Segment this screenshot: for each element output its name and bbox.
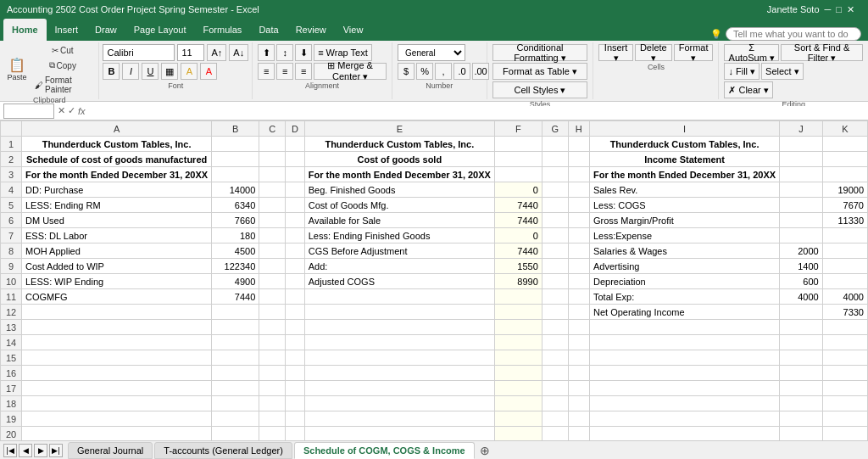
cell-B20[interactable] — [212, 427, 259, 441]
cell-I6[interactable]: Gross Margin/Profit — [589, 213, 779, 228]
table-row[interactable]: 12Net Operating Income7330 — [1, 305, 868, 320]
table-row[interactable]: 2Schedule of cost of goods manufacturedC… — [1, 152, 868, 167]
cell-B19[interactable] — [212, 411, 259, 427]
insert-cell-button[interactable]: Insert ▾ — [598, 44, 632, 61]
cell-J6[interactable] — [780, 213, 822, 228]
cell-G13[interactable] — [542, 320, 568, 335]
cell-F13[interactable] — [494, 320, 542, 335]
cell-G14[interactable] — [542, 335, 568, 350]
tab-view[interactable]: View — [335, 19, 372, 41]
cell-A16[interactable] — [22, 366, 212, 381]
cell-E16[interactable] — [304, 366, 494, 381]
cell-F9[interactable]: 1550 — [494, 259, 542, 274]
cell-B6[interactable]: 7660 — [212, 213, 259, 228]
bold-button[interactable]: B — [103, 63, 120, 80]
cell-A13[interactable] — [22, 320, 212, 335]
cell-A7[interactable]: ESS: DL Labor — [22, 228, 212, 243]
cell-D4[interactable] — [286, 182, 305, 198]
cell-G18[interactable] — [542, 396, 568, 411]
cell-H19[interactable] — [568, 411, 589, 427]
cell-H15[interactable] — [568, 350, 589, 366]
table-row[interactable]: 6DM Used7660Available for Sale7440Gross … — [1, 213, 868, 228]
cell-C16[interactable] — [259, 366, 286, 381]
cell-A20[interactable] — [22, 427, 212, 441]
font-shrink-button[interactable]: A↓ — [229, 44, 248, 61]
cell-J20[interactable] — [780, 427, 822, 441]
cell-C15[interactable] — [259, 350, 286, 366]
cell-H1[interactable] — [568, 137, 589, 152]
cell-C4[interactable] — [259, 182, 286, 198]
cell-B2[interactable] — [212, 152, 259, 167]
cell-G6[interactable] — [542, 213, 568, 228]
cell-D8[interactable] — [286, 243, 305, 259]
cell-A9[interactable]: Cost Added to WIP — [22, 259, 212, 274]
col-header-k[interactable]: K — [822, 121, 867, 137]
cell-K1[interactable] — [822, 137, 867, 152]
cell-F20[interactable] — [494, 427, 542, 441]
cell-K16[interactable] — [822, 366, 867, 381]
cell-K7[interactable] — [822, 228, 867, 243]
autosum-button[interactable]: Σ AutoSum ▾ — [724, 44, 779, 61]
cell-B7[interactable]: 180 — [212, 228, 259, 243]
cell-D6[interactable] — [286, 213, 305, 228]
cell-J4[interactable] — [780, 182, 822, 198]
cell-H11[interactable] — [568, 289, 589, 305]
cell-F7[interactable]: 0 — [494, 228, 542, 243]
cell-E5[interactable]: Cost of Goods Mfg. — [304, 198, 494, 213]
cell-I9[interactable]: Advertising — [589, 259, 779, 274]
cell-B1[interactable] — [212, 137, 259, 152]
cell-C7[interactable] — [259, 228, 286, 243]
align-bottom-button[interactable]: ⬇ — [295, 44, 312, 61]
cell-E14[interactable] — [304, 335, 494, 350]
cell-C1[interactable] — [259, 137, 286, 152]
cell-B11[interactable]: 7440 — [212, 289, 259, 305]
cancel-formula-icon[interactable]: ✕ — [58, 105, 65, 116]
table-row[interactable]: 9Cost Added to WIP122340Add:1550Advertis… — [1, 259, 868, 274]
confirm-formula-icon[interactable]: ✓ — [68, 105, 75, 116]
font-grow-button[interactable]: A↑ — [207, 44, 226, 61]
currency-button[interactable]: $ — [398, 63, 415, 80]
cell-H12[interactable] — [568, 305, 589, 320]
window-controls[interactable]: ─ □ ✕ — [825, 4, 854, 15]
col-header-d[interactable]: D — [286, 121, 305, 137]
cell-D11[interactable] — [286, 289, 305, 305]
table-row[interactable]: 19 — [1, 411, 868, 427]
cell-A6[interactable]: DM Used — [22, 213, 212, 228]
cell-H10[interactable] — [568, 274, 589, 289]
cell-K18[interactable] — [822, 396, 867, 411]
cell-F8[interactable]: 7440 — [494, 243, 542, 259]
cell-G16[interactable] — [542, 366, 568, 381]
tab-nav-prev[interactable]: ◀ — [19, 444, 32, 457]
cell-H17[interactable] — [568, 381, 589, 396]
cell-H3[interactable] — [568, 167, 589, 182]
cell-C19[interactable] — [259, 411, 286, 427]
cell-C8[interactable] — [259, 243, 286, 259]
cell-E6[interactable]: Available for Sale — [304, 213, 494, 228]
cell-I16[interactable] — [589, 366, 779, 381]
cell-E20[interactable] — [304, 427, 494, 441]
cell-H7[interactable] — [568, 228, 589, 243]
cell-E7[interactable]: Less: Ending Finished Goods — [304, 228, 494, 243]
table-row[interactable]: 3For the month Ended December 31, 20XXFo… — [1, 167, 868, 182]
cell-C13[interactable] — [259, 320, 286, 335]
cell-C3[interactable] — [259, 167, 286, 182]
col-header-c[interactable]: C — [259, 121, 286, 137]
close-btn[interactable]: ✕ — [847, 4, 854, 15]
cell-D12[interactable] — [286, 305, 305, 320]
table-row[interactable]: 14 — [1, 335, 868, 350]
col-header-j[interactable]: J — [780, 121, 822, 137]
table-row[interactable]: 18 — [1, 396, 868, 411]
col-header-g[interactable]: G — [542, 121, 568, 137]
cell-E19[interactable] — [304, 411, 494, 427]
cell-K17[interactable] — [822, 381, 867, 396]
table-row[interactable]: 15 — [1, 350, 868, 366]
cell-B4[interactable]: 14000 — [212, 182, 259, 198]
cell-K6[interactable]: 11330 — [822, 213, 867, 228]
percent-button[interactable]: % — [416, 63, 433, 80]
copy-button[interactable]: ⧉ Copy — [31, 59, 93, 72]
cell-D7[interactable] — [286, 228, 305, 243]
paste-button[interactable]: 📋 Paste — [5, 57, 29, 83]
table-row[interactable]: 7ESS: DL Labor180Less: Ending Finished G… — [1, 228, 868, 243]
delete-cell-button[interactable]: Delete ▾ — [635, 44, 672, 61]
cell-I8[interactable]: Salaries & Wages — [589, 243, 779, 259]
